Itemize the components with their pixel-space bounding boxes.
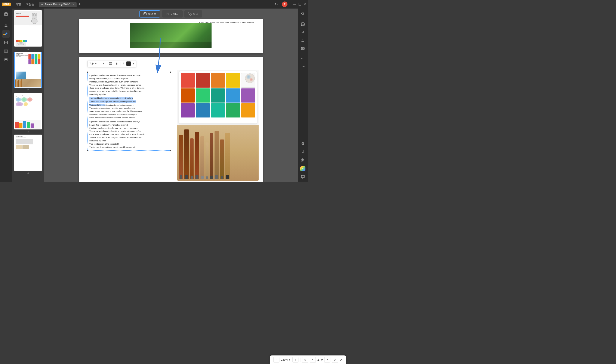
text-format-bar: 7.24 ▼ — ▼ B I ▼ [87, 60, 136, 67]
search-icon-btn[interactable] [300, 10, 306, 17]
user-avatar[interactable]: T [282, 1, 287, 7]
tab-close-button[interactable]: ✕ [72, 3, 74, 6]
tab-label: Animal Painting Skills* [45, 3, 70, 6]
font-size-value: 7.24 [89, 62, 94, 65]
thumb-label-4: 4 [27, 172, 29, 174]
thumbnail-panel: How to Draw OurFavorite Pets [12, 9, 44, 182]
thumbnail-3[interactable]: Different PaintingStyles [14, 93, 42, 133]
layers-icon-btn[interactable] [300, 140, 306, 147]
menu-help[interactable]: 도움말 [24, 1, 37, 7]
svg-line-31 [303, 14, 305, 15]
svg-point-16 [35, 13, 37, 16]
thumbnail-1[interactable]: How to Draw OurFavorite Pets [14, 10, 42, 50]
align-button[interactable] [108, 62, 113, 66]
sidebar-icon-compare[interactable] [2, 47, 10, 55]
window-controls: — ❐ ✕ [293, 2, 306, 6]
sidebar-icon-note[interactable] [2, 10, 10, 18]
right-sidebar: OCR U [298, 9, 308, 182]
main-layout: How to Draw OurFavorite Pets [0, 9, 308, 182]
menu-file[interactable]: 파일 [13, 1, 23, 7]
new-tab-button[interactable]: + [77, 2, 82, 7]
thumb-image-1: How to Draw OurFavorite Pets [14, 10, 42, 47]
sidebar-icon-sticker[interactable] [2, 39, 10, 46]
font-style-control[interactable]: — ▼ [100, 62, 105, 65]
svg-text:T: T [144, 13, 145, 15]
app-logo[interactable]: UPDF [2, 2, 11, 6]
thumb-image-4: Drawing Techniques Lorem ipsum art paint… [14, 135, 42, 171]
tab-active[interactable]: ✏ Animal Painting Skills* ✕ [39, 2, 77, 7]
topbar-right: 1 ∨ T — ❐ ✕ [275, 1, 306, 7]
thumb-label-3: 3 [27, 130, 29, 133]
thumbnail-4[interactable]: Drawing Techniques Lorem ipsum art paint… [14, 135, 42, 174]
handle-tr[interactable] [170, 71, 172, 73]
undo-icon-btn[interactable] [300, 55, 306, 62]
bold-button[interactable]: B [114, 62, 119, 65]
svg-point-15 [32, 13, 34, 16]
upper-right-text: Cups, store brands and other items. Whet… [199, 21, 254, 24]
body-text-1: Egyptian art celebrates animals like cat… [89, 74, 169, 96]
font-style-dropdown[interactable]: ▼ [103, 63, 105, 65]
thumb-label-1: 1 [27, 47, 29, 50]
sidebar-icon-highlight[interactable] [2, 22, 10, 29]
color-swatch[interactable] [126, 61, 131, 66]
tab-edit-icon: ✏ [41, 3, 43, 6]
page-indicator[interactable]: 1 ∨ [275, 3, 278, 6]
updf-rainbow-icon-btn[interactable]: U [300, 165, 306, 172]
svg-text:OCR: OCR [302, 24, 305, 25]
svg-rect-34 [301, 47, 304, 50]
handle-bl[interactable] [87, 150, 89, 151]
page-number: 1 [275, 3, 276, 6]
hero-image [130, 23, 212, 48]
convert-icon-btn[interactable] [300, 29, 306, 36]
left-sidebar [0, 9, 12, 182]
minimize-button[interactable]: — [293, 2, 296, 6]
attachment-icon-btn[interactable] [300, 156, 306, 163]
upload-icon-btn[interactable] [300, 37, 306, 44]
sidebar-icon-edit[interactable] [2, 30, 10, 38]
thumb-image-2: Animals are a part ofour daily life Egyp… [14, 52, 42, 88]
svg-rect-12 [5, 59, 7, 60]
handle-br[interactable] [170, 150, 172, 151]
svg-point-18 [20, 42, 22, 44]
svg-rect-6 [4, 41, 7, 44]
thumb-label-2: 2 [27, 89, 29, 91]
chat-icon-btn[interactable] [300, 173, 306, 180]
font-dash: — [100, 62, 102, 65]
right-photo [177, 70, 259, 181]
main-text-block[interactable]: Egyptian art celebrates animals like cat… [87, 72, 171, 151]
redo-icon-btn[interactable] [300, 64, 306, 70]
page-doc-upper: Cups, store brands and other items. Whet… [79, 19, 263, 53]
toolbar-image-button[interactable]: 이미지 [162, 10, 183, 17]
svg-point-14 [31, 19, 37, 24]
handle-tl[interactable] [87, 71, 89, 73]
ocr-icon-btn[interactable]: OCR [300, 21, 306, 27]
thumb-image-3: Different PaintingStyles [14, 93, 42, 130]
selected-text: This combination is the subject of this … [89, 97, 169, 107]
email-icon-btn[interactable] [300, 45, 306, 52]
body-text-2: Their animal renderings. I provide many … [89, 107, 169, 119]
bookmark-icon-btn[interactable] [300, 148, 306, 155]
italic-button[interactable]: I [122, 62, 125, 65]
font-size-dropdown[interactable]: ▼ [95, 63, 97, 65]
topbar: UPDF 파일 도움말 ✏ Animal Painting Skills* ✕ … [0, 0, 308, 9]
sidebar-icon-stamp[interactable] [2, 56, 10, 64]
toolbar-text-button[interactable]: T 텍스트 [139, 10, 160, 17]
page-doc-lower: 7.24 ▼ — ▼ B I ▼ [79, 57, 263, 182]
svg-rect-21 [166, 13, 169, 15]
edit-toolbar: T 텍스트 이미지 링크 [48, 9, 293, 19]
font-size-control[interactable]: 7.24 ▼ [89, 62, 97, 65]
toolbar-link-button[interactable]: 링크 [184, 10, 202, 17]
maximize-button[interactable]: ❐ [298, 2, 301, 6]
tab-area: ✏ Animal Painting Skills* ✕ + [39, 2, 274, 7]
svg-rect-10 [6, 50, 8, 52]
close-button[interactable]: ✕ [303, 2, 306, 6]
body-text-3: Egyptian art celebrates animals like cat… [89, 120, 169, 149]
page-arrow-icon: ∨ [277, 3, 278, 6]
svg-rect-9 [4, 50, 6, 52]
content-area[interactable]: T 텍스트 이미지 링크 Cups, store brands and othe… [44, 9, 298, 182]
color-dropdown[interactable]: ▼ [132, 63, 134, 65]
thumbnail-2[interactable]: Animals are a part ofour daily life Egyp… [14, 52, 42, 91]
